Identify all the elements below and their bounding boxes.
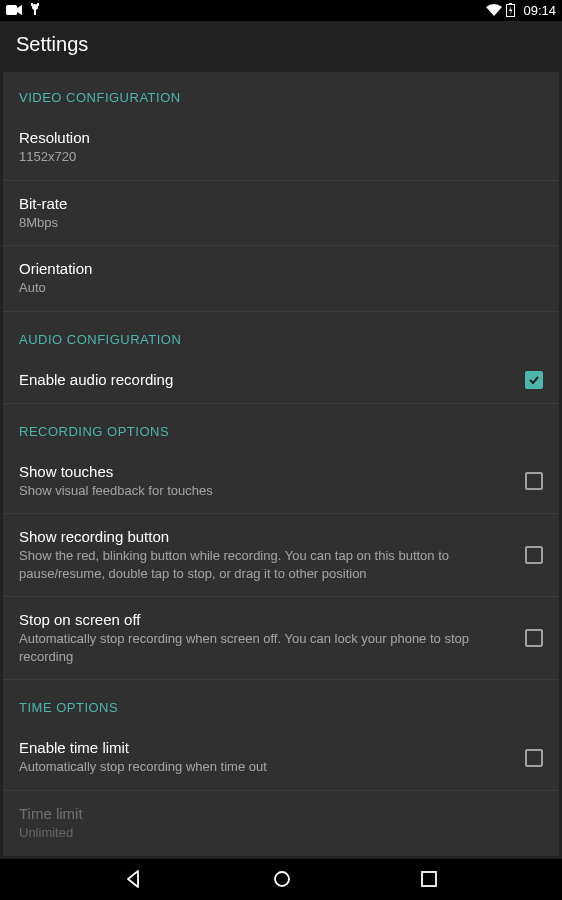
section-video: VIDEO CONFIGURATION Resolution 1152x720 … [3,72,559,312]
setting-enable-audio[interactable]: Enable audio recording [3,357,559,404]
svg-rect-2 [34,9,36,15]
svg-rect-0 [6,5,17,15]
checkbox-show-touches[interactable] [525,472,543,490]
setting-title: Show recording button [19,528,513,545]
setting-value: Auto [19,279,531,297]
setting-time-limit: Time limit Unlimited [3,791,559,856]
setting-title: Stop on screen off [19,611,513,628]
wifi-icon [486,4,502,16]
section-header-video: VIDEO CONFIGURATION [3,72,559,115]
status-time: 09:14 [523,3,556,18]
setting-value: Unlimited [19,824,531,842]
section-recording: RECORDING OPTIONS Show touches Show visu… [3,404,559,681]
video-recording-icon [6,4,22,16]
setting-show-recording-button[interactable]: Show recording button Show the red, blin… [3,514,559,597]
setting-show-touches[interactable]: Show touches Show visual feedback for to… [3,449,559,515]
setting-title: Bit-rate [19,195,531,212]
checkbox-enable-audio[interactable] [525,371,543,389]
settings-list: VIDEO CONFIGURATION Resolution 1152x720 … [3,72,559,855]
app-bar: Settings [0,21,562,69]
status-bar: 09:14 [0,0,562,21]
setting-orientation[interactable]: Orientation Auto [3,246,559,312]
battery-charging-icon [506,3,515,17]
svg-rect-4 [37,3,39,6]
setting-title: Resolution [19,129,531,146]
nav-back-icon[interactable] [123,868,145,890]
section-time: TIME OPTIONS Enable time limit Automatic… [3,680,559,855]
nav-recent-icon[interactable] [419,869,439,889]
svg-rect-8 [422,872,436,886]
setting-title: Show touches [19,463,513,480]
setting-value: 1152x720 [19,148,531,166]
setting-title: Enable audio recording [19,371,513,388]
setting-stop-screen-off[interactable]: Stop on screen off Automatically stop re… [3,597,559,680]
navigation-bar [0,859,562,900]
svg-rect-3 [31,3,33,6]
svg-point-7 [275,872,289,886]
checkbox-enable-time-limit[interactable] [525,749,543,767]
setting-bitrate[interactable]: Bit-rate 8Mbps [3,181,559,247]
section-audio: AUDIO CONFIGURATION Enable audio recordi… [3,312,559,404]
setting-title: Time limit [19,805,531,822]
checkbox-stop-screen-off[interactable] [525,629,543,647]
section-header-audio: AUDIO CONFIGURATION [3,312,559,357]
usb-debug-icon [30,3,40,17]
setting-resolution[interactable]: Resolution 1152x720 [3,115,559,181]
setting-sub: Automatically stop recording when screen… [19,630,513,665]
setting-enable-time-limit[interactable]: Enable time limit Automatically stop rec… [3,725,559,791]
setting-sub: Show visual feedback for touches [19,482,513,500]
section-header-time: TIME OPTIONS [3,680,559,725]
setting-title: Orientation [19,260,531,277]
checkbox-show-recording-button[interactable] [525,546,543,564]
setting-sub: Automatically stop recording when time o… [19,758,513,776]
page-title: Settings [16,33,88,56]
section-header-recording: RECORDING OPTIONS [3,404,559,449]
nav-home-icon[interactable] [271,868,293,890]
setting-value: 8Mbps [19,214,531,232]
setting-sub: Show the red, blinking button while reco… [19,547,513,582]
setting-title: Enable time limit [19,739,513,756]
